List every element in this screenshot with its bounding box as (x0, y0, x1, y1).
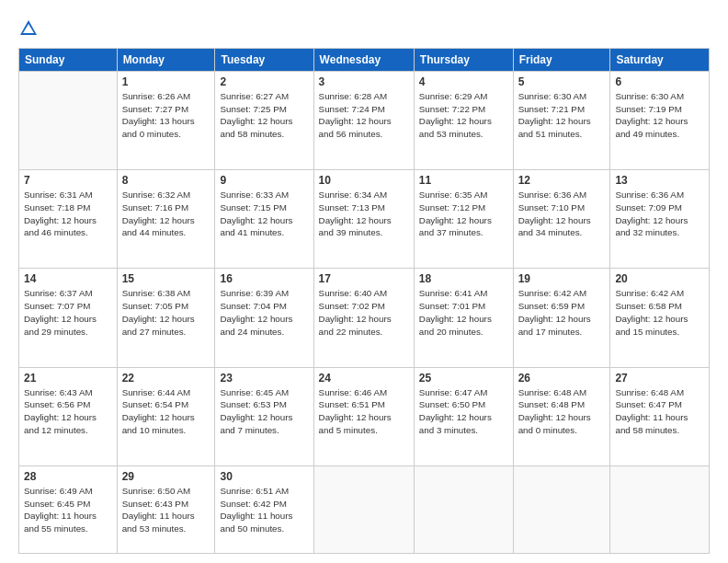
day-info: Sunrise: 6:28 AM Sunset: 7:24 PM Dayligh… (319, 90, 409, 141)
day-info: Sunrise: 6:36 AM Sunset: 7:10 PM Dayligh… (518, 189, 606, 239)
day-info: Sunrise: 6:39 AM Sunset: 7:04 PM Dayligh… (220, 287, 308, 338)
calendar-cell: 19Sunrise: 6:42 AM Sunset: 6:59 PM Dayli… (513, 269, 610, 367)
calendar-cell: 20Sunrise: 6:42 AM Sunset: 6:58 PM Dayli… (610, 269, 710, 367)
day-number: 11 (419, 174, 508, 187)
day-info: Sunrise: 6:38 AM Sunset: 7:05 PM Dayligh… (122, 287, 210, 338)
logo-icon (18, 18, 39, 39)
calendar-cell (19, 72, 118, 170)
calendar-cell: 22Sunrise: 6:44 AM Sunset: 6:54 PM Dayli… (117, 367, 215, 465)
calendar-cell: 21Sunrise: 6:43 AM Sunset: 6:56 PM Dayli… (19, 367, 118, 465)
calendar-cell (414, 465, 513, 553)
day-number: 10 (319, 174, 409, 187)
day-number: 15 (122, 272, 210, 285)
calendar-cell: 24Sunrise: 6:46 AM Sunset: 6:51 PM Dayli… (313, 367, 414, 465)
day-number: 27 (615, 372, 704, 385)
day-number: 29 (122, 470, 210, 483)
calendar-cell: 26Sunrise: 6:48 AM Sunset: 6:48 PM Dayli… (513, 367, 610, 465)
day-number: 7 (24, 174, 112, 187)
calendar-cell: 1Sunrise: 6:26 AM Sunset: 7:27 PM Daylig… (117, 72, 215, 170)
calendar-cell: 7Sunrise: 6:31 AM Sunset: 7:18 PM Daylig… (19, 170, 118, 269)
calendar-cell: 2Sunrise: 6:27 AM Sunset: 7:25 PM Daylig… (215, 72, 313, 170)
day-info: Sunrise: 6:37 AM Sunset: 7:07 PM Dayligh… (24, 287, 112, 338)
day-info: Sunrise: 6:27 AM Sunset: 7:25 PM Dayligh… (220, 90, 308, 141)
calendar-cell: 9Sunrise: 6:33 AM Sunset: 7:15 PM Daylig… (215, 170, 313, 269)
day-number: 1 (122, 75, 210, 88)
calendar-cell: 11Sunrise: 6:35 AM Sunset: 7:12 PM Dayli… (414, 170, 513, 269)
day-info: Sunrise: 6:50 AM Sunset: 6:43 PM Dayligh… (122, 485, 210, 535)
day-info: Sunrise: 6:34 AM Sunset: 7:13 PM Dayligh… (319, 189, 409, 239)
day-info: Sunrise: 6:46 AM Sunset: 6:51 PM Dayligh… (319, 386, 409, 437)
day-info: Sunrise: 6:48 AM Sunset: 6:47 PM Dayligh… (615, 386, 704, 437)
day-info: Sunrise: 6:36 AM Sunset: 7:09 PM Dayligh… (615, 189, 704, 239)
calendar-cell: 13Sunrise: 6:36 AM Sunset: 7:09 PM Dayli… (610, 170, 710, 269)
calendar-cell: 30Sunrise: 6:51 AM Sunset: 6:42 PM Dayli… (215, 465, 313, 553)
day-info: Sunrise: 6:45 AM Sunset: 6:53 PM Dayligh… (220, 386, 308, 437)
day-info: Sunrise: 6:41 AM Sunset: 7:01 PM Dayligh… (419, 287, 508, 338)
col-saturday: Saturday (610, 49, 710, 72)
day-info: Sunrise: 6:32 AM Sunset: 7:16 PM Dayligh… (122, 189, 210, 239)
calendar-cell: 27Sunrise: 6:48 AM Sunset: 6:47 PM Dayli… (610, 367, 710, 465)
calendar-table: Sunday Monday Tuesday Wednesday Thursday… (18, 48, 710, 554)
day-info: Sunrise: 6:42 AM Sunset: 6:58 PM Dayligh… (615, 287, 704, 338)
day-number: 18 (419, 272, 508, 285)
day-info: Sunrise: 6:30 AM Sunset: 7:21 PM Dayligh… (518, 90, 606, 141)
day-info: Sunrise: 6:42 AM Sunset: 6:59 PM Dayligh… (518, 287, 606, 338)
day-info: Sunrise: 6:30 AM Sunset: 7:19 PM Dayligh… (615, 90, 704, 141)
day-number: 3 (319, 75, 409, 88)
calendar-cell: 10Sunrise: 6:34 AM Sunset: 7:13 PM Dayli… (313, 170, 414, 269)
day-number: 28 (24, 470, 112, 483)
col-thursday: Thursday (414, 49, 513, 72)
day-number: 24 (319, 372, 409, 385)
day-number: 25 (419, 372, 508, 385)
day-number: 12 (518, 174, 606, 187)
col-wednesday: Wednesday (313, 49, 414, 72)
calendar-cell: 25Sunrise: 6:47 AM Sunset: 6:50 PM Dayli… (414, 367, 513, 465)
day-info: Sunrise: 6:40 AM Sunset: 7:02 PM Dayligh… (319, 287, 409, 338)
day-number: 19 (518, 272, 606, 285)
calendar-cell (313, 465, 414, 553)
page-header (18, 17, 710, 39)
day-info: Sunrise: 6:31 AM Sunset: 7:18 PM Dayligh… (24, 189, 112, 239)
day-number: 2 (220, 75, 308, 88)
calendar-cell: 8Sunrise: 6:32 AM Sunset: 7:16 PM Daylig… (117, 170, 215, 269)
calendar-cell: 3Sunrise: 6:28 AM Sunset: 7:24 PM Daylig… (313, 72, 414, 170)
day-number: 30 (220, 470, 308, 483)
day-number: 22 (122, 372, 210, 385)
col-monday: Monday (117, 49, 215, 72)
calendar-cell: 12Sunrise: 6:36 AM Sunset: 7:10 PM Dayli… (513, 170, 610, 269)
calendar-cell: 6Sunrise: 6:30 AM Sunset: 7:19 PM Daylig… (610, 72, 710, 170)
day-info: Sunrise: 6:33 AM Sunset: 7:15 PM Dayligh… (220, 189, 308, 239)
calendar-header-row: Sunday Monday Tuesday Wednesday Thursday… (19, 49, 710, 72)
calendar-cell (610, 465, 710, 553)
day-info: Sunrise: 6:29 AM Sunset: 7:22 PM Dayligh… (419, 90, 508, 141)
day-info: Sunrise: 6:26 AM Sunset: 7:27 PM Dayligh… (122, 90, 210, 141)
day-number: 4 (419, 75, 508, 88)
calendar-cell (513, 465, 610, 553)
day-number: 26 (518, 372, 606, 385)
col-sunday: Sunday (19, 49, 118, 72)
calendar-cell: 23Sunrise: 6:45 AM Sunset: 6:53 PM Dayli… (215, 367, 313, 465)
col-friday: Friday (513, 49, 610, 72)
day-number: 5 (518, 75, 606, 88)
calendar-cell: 15Sunrise: 6:38 AM Sunset: 7:05 PM Dayli… (117, 269, 215, 367)
day-number: 14 (24, 272, 112, 285)
day-number: 6 (615, 75, 704, 88)
day-number: 9 (220, 174, 308, 187)
day-info: Sunrise: 6:49 AM Sunset: 6:45 PM Dayligh… (24, 485, 112, 535)
day-number: 8 (122, 174, 210, 187)
day-info: Sunrise: 6:35 AM Sunset: 7:12 PM Dayligh… (419, 189, 508, 239)
calendar-cell: 17Sunrise: 6:40 AM Sunset: 7:02 PM Dayli… (313, 269, 414, 367)
day-number: 23 (220, 372, 308, 385)
day-info: Sunrise: 6:51 AM Sunset: 6:42 PM Dayligh… (220, 485, 308, 535)
calendar-cell: 18Sunrise: 6:41 AM Sunset: 7:01 PM Dayli… (414, 269, 513, 367)
calendar-cell: 28Sunrise: 6:49 AM Sunset: 6:45 PM Dayli… (19, 465, 118, 553)
day-info: Sunrise: 6:43 AM Sunset: 6:56 PM Dayligh… (24, 386, 112, 437)
day-number: 13 (615, 174, 704, 187)
calendar-cell: 14Sunrise: 6:37 AM Sunset: 7:07 PM Dayli… (19, 269, 118, 367)
col-tuesday: Tuesday (215, 49, 313, 72)
calendar-cell: 16Sunrise: 6:39 AM Sunset: 7:04 PM Dayli… (215, 269, 313, 367)
day-number: 17 (319, 272, 409, 285)
day-number: 20 (615, 272, 704, 285)
calendar-cell: 5Sunrise: 6:30 AM Sunset: 7:21 PM Daylig… (513, 72, 610, 170)
day-info: Sunrise: 6:48 AM Sunset: 6:48 PM Dayligh… (518, 386, 606, 437)
